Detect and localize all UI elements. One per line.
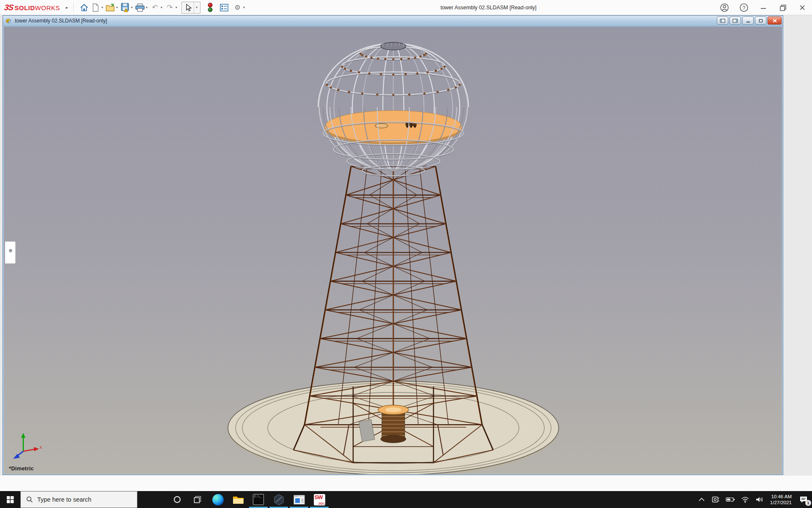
clock-time: 10:46 AM — [770, 494, 792, 500]
system-tray: 10:46 AM 1/27/2021 1 — [695, 491, 812, 508]
home-button[interactable] — [79, 2, 90, 13]
minimize-icon — [760, 4, 767, 11]
search-input[interactable] — [37, 496, 126, 503]
feature-manager-tab-handle-icon — [9, 249, 12, 252]
cortana-icon — [173, 496, 181, 503]
hexagon-app-icon — [273, 494, 285, 505]
display-options-icon — [219, 3, 229, 12]
start-button[interactable] — [0, 491, 20, 508]
save-caret[interactable]: ▾ — [131, 6, 133, 9]
help-button[interactable]: ? — [738, 2, 749, 13]
window-controls: ? — [719, 0, 808, 15]
graphics-viewport[interactable]: x *Dimetric — [4, 27, 782, 474]
meet-now-button[interactable] — [708, 491, 723, 508]
solidworks-logo: 3S SOLID WORKS — [4, 3, 60, 12]
account-button[interactable] — [719, 2, 730, 13]
sw-year: 2021 — [318, 502, 324, 505]
taskbar-app-edge[interactable] — [208, 491, 228, 508]
volume-button[interactable] — [752, 491, 767, 508]
print-caret[interactable]: ▾ — [146, 6, 148, 9]
feature-manager-collapsed-tab[interactable] — [5, 241, 16, 264]
doc-restore-button[interactable] — [755, 17, 766, 25]
tile-right-icon — [732, 19, 738, 23]
svg-text:?: ? — [743, 5, 746, 11]
traffic-light-icon — [207, 3, 213, 13]
network-button[interactable] — [738, 491, 752, 508]
chevron-up-icon — [698, 497, 705, 502]
taskbar-app-hexagon[interactable] — [269, 491, 289, 508]
new-document-icon — [91, 3, 100, 12]
app-title-toolbar: 3S SOLID WORKS ▸ ▾ ▾ ▾ — [0, 0, 812, 15]
battery-button[interactable] — [723, 491, 738, 508]
model-3d-tower-assembly[interactable] — [4, 27, 782, 474]
options-caret[interactable]: ▾ — [243, 6, 245, 9]
open-caret[interactable]: ▾ — [116, 6, 118, 9]
home-icon — [80, 3, 89, 12]
window-title: tower Assembly 02.SLDASM [Read-only] — [440, 0, 536, 15]
print-button[interactable] — [134, 2, 146, 13]
undo-button[interactable]: ↶ — [149, 2, 161, 13]
taskbar-app-window[interactable] — [289, 491, 309, 508]
task-view-icon — [194, 496, 201, 503]
restore-icon — [779, 4, 787, 11]
minimize-button[interactable] — [758, 2, 769, 13]
help-icon: ? — [739, 3, 749, 12]
taskbar-app-solidworks[interactable]: SW 2021 — [309, 491, 329, 508]
undo-caret[interactable]: ▾ — [161, 6, 162, 9]
save-button[interactable] — [120, 2, 131, 13]
battery-charging-icon — [726, 497, 735, 502]
doc-close-icon — [772, 19, 777, 23]
select-cursor-icon — [184, 3, 192, 12]
document-window: tower Assembly 02.SLDASM [Read-only] — [3, 15, 783, 475]
rebuild-button[interactable] — [205, 2, 216, 13]
solidworks-logo-mark: 3S — [3, 3, 14, 12]
restore-button[interactable] — [777, 2, 788, 13]
taskbar-clock[interactable]: 10:46 AM 1/27/2021 — [767, 494, 795, 505]
taskbar-app-command-prompt[interactable]: C:\_ — [248, 491, 269, 508]
doc-minimize-button[interactable] — [742, 17, 754, 25]
save-icon — [121, 3, 130, 12]
menu-flyout-arrow[interactable]: ▸ — [66, 5, 68, 10]
solidworks-2021-icon: SW 2021 — [314, 494, 325, 505]
account-icon — [720, 3, 729, 12]
close-button[interactable] — [797, 2, 808, 13]
windows-logo-icon — [7, 496, 14, 503]
document-titlebar[interactable]: tower Assembly 02.SLDASM [Read-only] — [3, 16, 783, 26]
meet-now-camera-icon — [711, 496, 720, 503]
select-tool-caret[interactable]: ▾ — [194, 2, 199, 13]
redo-button[interactable]: ↷ — [164, 2, 176, 13]
taskbar-app-file-explorer[interactable] — [228, 491, 248, 508]
doc-close-button[interactable] — [768, 17, 782, 25]
redo-icon: ↷ — [167, 3, 173, 12]
document-window-controls — [717, 17, 782, 25]
tile-right-button[interactable] — [730, 17, 741, 25]
hidden-icons-button[interactable] — [695, 491, 708, 508]
select-tool-group: ▾ — [181, 2, 200, 14]
triad-x-label: x — [40, 445, 42, 450]
new-document-button[interactable] — [90, 2, 102, 13]
open-button[interactable] — [105, 2, 116, 13]
task-view-button[interactable] — [187, 491, 208, 508]
tile-left-button[interactable] — [717, 17, 728, 25]
cortana-button[interactable] — [167, 491, 187, 508]
search-icon — [26, 496, 33, 503]
view-orientation-label: *Dimetric — [9, 465, 34, 472]
doc-minimize-icon — [746, 19, 751, 23]
volume-icon — [755, 496, 764, 503]
options-button[interactable]: ⚙ — [232, 2, 243, 13]
display-options-button[interactable] — [219, 2, 230, 13]
logo-solid-text: SOLID — [14, 4, 35, 11]
redo-caret[interactable]: ▾ — [176, 6, 177, 9]
file-explorer-icon — [233, 495, 244, 505]
undo-icon: ↶ — [152, 3, 158, 12]
select-tool-button[interactable] — [183, 2, 194, 13]
sw-letters: SW — [315, 494, 323, 500]
assembly-document-icon — [5, 17, 13, 24]
doc-restore-icon — [758, 19, 763, 23]
new-document-caret[interactable]: ▾ — [102, 6, 103, 9]
document-title: tower Assembly 02.SLDASM [Read-only] — [15, 18, 107, 24]
window-app-icon — [294, 495, 305, 505]
taskbar-search[interactable] — [20, 491, 137, 508]
action-center-button[interactable]: 1 — [795, 491, 812, 508]
status-strip — [0, 475, 812, 491]
